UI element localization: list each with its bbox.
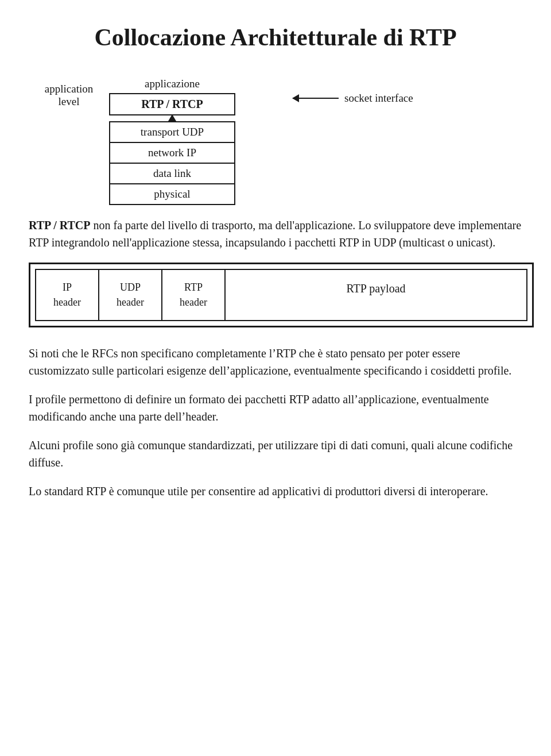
cell-udp-line1: UDP [120, 281, 141, 293]
paragraph-standardizzati: Alcuni profile sono già comunque standar… [29, 437, 522, 471]
paragraph-rtp-rtcp: RTP / RTCP non fa parte del livello di t… [29, 217, 522, 251]
arrow-head [168, 114, 176, 121]
left-label: application level [29, 75, 109, 108]
left-label-line1: application [45, 83, 93, 95]
arrow-up [168, 114, 176, 121]
stack-box-datalink: data link [109, 164, 235, 184]
left-label-line2: level [59, 95, 80, 107]
paragraph-profile: I profile permettono di definire un form… [29, 391, 522, 425]
cell-udp-line2: header [117, 296, 144, 308]
packet-cell-ip: IP header [36, 270, 99, 319]
packet-cell-udp: UDP header [99, 270, 162, 319]
cell-ip-line1: IP [63, 281, 72, 293]
stack-box-udp: transport UDP [109, 121, 235, 143]
stack-box-physical: physical [109, 184, 235, 205]
packet-cell-payload: RTP payload [226, 270, 526, 319]
architecture-diagram: application level applicazione RTP / RTC… [29, 75, 522, 205]
stack-box-rtp-rtcp: RTP / RTCP [109, 93, 235, 115]
socket-interface-group: socket interface [293, 92, 413, 105]
packet-diagram-wrapper: IP header UDP header RTP header RTP payl… [29, 263, 534, 327]
cell-ip-line2: header [53, 296, 81, 308]
stack-item-applicazione: applicazione [109, 75, 235, 93]
paragraph-rfcs: Si noti che le RFCs non specificano comp… [29, 345, 522, 379]
stack-box-ip: network IP [109, 143, 235, 164]
socket-line [293, 98, 339, 99]
socket-arrow [292, 94, 299, 102]
packet-outer-border: IP header UDP header RTP header RTP payl… [29, 263, 534, 327]
rtp-rtcp-bold: RTP / RTCP [29, 219, 91, 232]
page-title: Collocazione Architetturale di RTP [29, 23, 522, 52]
cell-rtp-line1: RTP [184, 281, 203, 293]
cell-payload-text: RTP payload [346, 282, 405, 295]
packet-inner: IP header UDP header RTP header RTP payl… [35, 269, 527, 321]
protocol-stack: applicazione RTP / RTCP transport UDP ne… [109, 75, 235, 205]
cell-rtp-line2: header [180, 296, 207, 308]
packet-cell-rtp-header: RTP header [162, 270, 226, 319]
para1-text: non fa parte del livello di trasporto, m… [29, 219, 521, 249]
socket-label: socket interface [344, 92, 413, 105]
paragraph-interoperare: Lo standard RTP è comunque utile per con… [29, 483, 522, 500]
